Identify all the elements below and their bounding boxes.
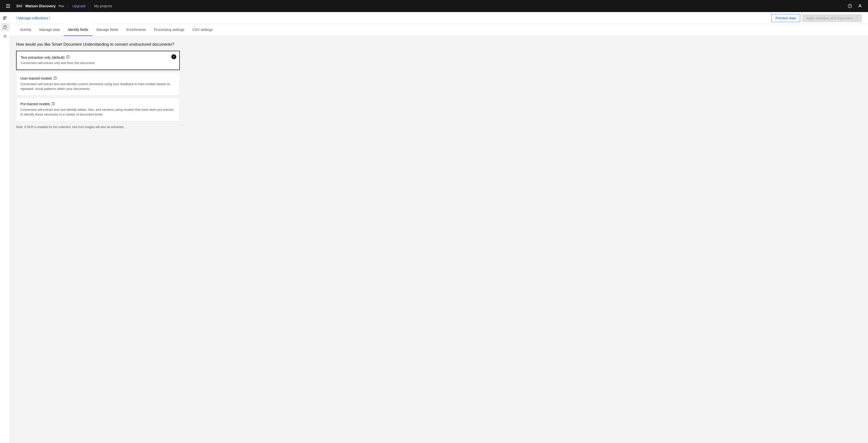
- svg-point-16: [53, 103, 54, 103]
- breadcrumb-sep1: /: [16, 16, 17, 20]
- brand-product: Watson Discovery: [25, 4, 56, 8]
- page-content: How would you like Smart Document Unders…: [10, 36, 186, 135]
- svg-rect-5: [3, 19, 5, 20]
- my-projects-link[interactable]: My projects: [94, 4, 112, 8]
- hamburger-menu-button[interactable]: [4, 2, 12, 10]
- card-title-pre-trained: Pre-trained models: [20, 102, 50, 106]
- preview-data-button[interactable]: Preview data: [771, 14, 800, 22]
- nav-divider-2: [90, 3, 90, 9]
- svg-rect-4: [3, 18, 5, 19]
- sidebar-icon-filters[interactable]: [1, 14, 9, 22]
- tabs-bar: Activity Manage data Identify fields Man…: [10, 24, 868, 36]
- top-navigation: IBM Watson Discovery Plus Upgrade My pro…: [0, 0, 868, 12]
- tab-csv-settings[interactable]: CSV settings: [188, 24, 217, 36]
- breadcrumb-sep2: /: [49, 16, 50, 20]
- tab-manage-data[interactable]: Manage data: [35, 24, 64, 36]
- arrow-icon: →: [855, 16, 858, 20]
- sidebar-icon-settings[interactable]: [1, 32, 9, 40]
- option-pre-trained[interactable]: Pre-trained models Conversion will extra…: [16, 98, 180, 121]
- help-icon[interactable]: ?: [846, 2, 854, 10]
- breadcrumb-actions: Preview data Apply changes and reprocess…: [771, 14, 862, 22]
- svg-text:?: ?: [849, 5, 851, 7]
- info-icon-pre-trained[interactable]: [52, 102, 55, 106]
- left-sidebar: [0, 12, 10, 443]
- nav-divider: [68, 3, 68, 9]
- card-header-pre-trained: Pre-trained models: [20, 102, 176, 106]
- card-title-text-extraction: Text extraction only (default): [21, 56, 65, 60]
- nav-right-icons: ?: [846, 2, 864, 10]
- brand-logo: IBM Watson Discovery Plus: [16, 4, 64, 8]
- user-icon[interactable]: [856, 2, 864, 10]
- svg-point-2: [859, 4, 861, 6]
- tab-enrichments[interactable]: Enrichments: [122, 24, 150, 36]
- svg-point-7: [4, 36, 5, 37]
- brand-ibm: IBM: [16, 4, 22, 8]
- info-icon-user-trained[interactable]: [54, 76, 57, 81]
- tab-activity[interactable]: Activity: [16, 24, 35, 36]
- main-wrapper: / Manage collections / Preview data Appl…: [10, 12, 868, 443]
- svg-point-13: [55, 77, 56, 77]
- brand-plan: Plus: [59, 4, 64, 7]
- card-desc-user-trained: Conversion will extract text and identif…: [20, 82, 176, 91]
- ocr-note: Note: If OCR is enabled for the collecti…: [16, 125, 180, 129]
- svg-rect-3: [3, 17, 6, 17]
- upgrade-link[interactable]: Upgrade: [72, 4, 86, 8]
- tab-identify-fields[interactable]: Identify fields: [64, 24, 92, 36]
- breadcrumb-bar: / Manage collections / Preview data Appl…: [10, 12, 868, 24]
- tab-manage-fields[interactable]: Manage fields: [92, 24, 122, 36]
- info-icon-text-extraction[interactable]: [66, 55, 69, 60]
- page-question: How would you like Smart Document Unders…: [16, 42, 180, 47]
- card-desc-pre-trained: Conversion will extract text and identif…: [20, 107, 176, 117]
- svg-rect-6: [4, 26, 6, 28]
- sidebar-icon-collection[interactable]: [1, 23, 9, 31]
- option-text-extraction[interactable]: Text extraction only (default) Conversio…: [16, 51, 180, 70]
- card-title-user-trained: User-trained models: [20, 76, 52, 81]
- card-desc-text-extraction: Conversion will extract only text from t…: [21, 61, 175, 66]
- tab-processing-settings[interactable]: Processing settings: [150, 24, 188, 36]
- breadcrumb-manage-collections[interactable]: Manage collections: [18, 16, 48, 20]
- card-header-user-trained: User-trained models: [20, 76, 176, 81]
- svg-point-10: [68, 56, 68, 57]
- selected-checkmark: ✓: [171, 54, 176, 59]
- card-header-text-extraction: Text extraction only (default): [21, 55, 175, 60]
- breadcrumb: / Manage collections /: [16, 16, 50, 20]
- option-user-trained[interactable]: User-trained models Conversion will extr…: [16, 72, 180, 96]
- apply-changes-button: Apply changes and reprocess →: [802, 14, 862, 22]
